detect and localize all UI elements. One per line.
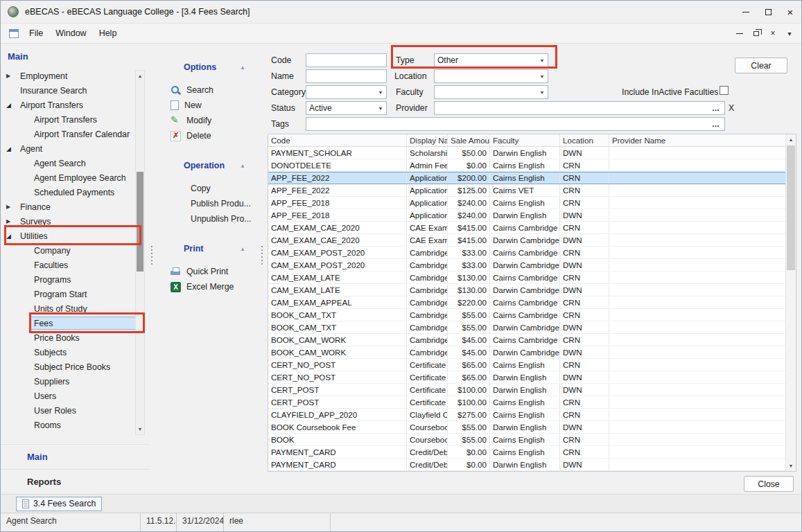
sidebar-item-insurance-search[interactable]: Insurance Search: [1, 83, 139, 98]
name-input[interactable]: [306, 69, 387, 83]
clear-button[interactable]: Clear: [735, 57, 787, 73]
new-button[interactable]: New: [155, 98, 259, 113]
mdi-restore-button[interactable]: [749, 26, 764, 41]
publish-produ-button[interactable]: Publish Produ...: [155, 196, 259, 211]
sidebar-item-program-start[interactable]: Program Start: [1, 287, 139, 301]
modify-button[interactable]: Modify: [155, 113, 259, 128]
collapse-icon[interactable]: ▲: [240, 246, 245, 252]
expander-expanded-icon[interactable]: ◢: [6, 233, 18, 240]
grid-row[interactable]: CAM_EXAM_LATECambridge$130.00Cairns Camb…: [268, 272, 785, 284]
grid-col-display-nar[interactable]: Display Nar: [407, 134, 448, 146]
mdi-minimize-button[interactable]: [732, 26, 747, 41]
sidebar-item-fees[interactable]: Fees: [1, 316, 139, 330]
menu-help[interactable]: Help: [93, 26, 123, 41]
grid-row[interactable]: BOOK_CAM_WORKCambridge$45.00Darwin Cambr…: [268, 346, 785, 359]
excel-merge-button[interactable]: Excel Merge: [155, 279, 259, 294]
menu-file[interactable]: File: [23, 26, 49, 41]
provider-clear-button[interactable]: X: [729, 103, 734, 113]
sidebar-item-programs[interactable]: Programs: [1, 272, 139, 287]
sidebar-item-agent-search[interactable]: Agent Search: [1, 156, 139, 170]
grid-row[interactable]: APP_FEE_2022Application$200.00Cairns Eng…: [268, 172, 785, 184]
grid-row[interactable]: CERT_NO_POSTCertificate$65.00Cairns Engl…: [268, 359, 785, 371]
unpublish-pro-button[interactable]: Unpublish Pro...: [155, 211, 259, 227]
scroll-up-icon[interactable]: ▲: [786, 135, 796, 144]
grid-row[interactable]: PAYMENT_CARDCredit/Debi$0.00Darwin Engli…: [268, 459, 785, 471]
sidebar-item-price-books[interactable]: Price Books: [1, 330, 139, 345]
minimize-button[interactable]: [735, 1, 757, 23]
type-dropdown[interactable]: Other ▼: [434, 53, 548, 67]
expander-expanded-icon[interactable]: ◢: [6, 102, 18, 109]
sidebar-group-reports[interactable]: Reports: [1, 469, 149, 494]
grid-row[interactable]: DONOTDELETEAdmin Fee$0.00Cairns EnglishC…: [268, 159, 785, 172]
grid-col-code[interactable]: Code: [268, 134, 407, 146]
sidebar-item-company[interactable]: Company: [1, 243, 139, 258]
grid-row[interactable]: CAM_EXAM_POST_2020Cambridge$33.00Darwin …: [268, 259, 785, 272]
sidebar-item-faculties[interactable]: Faculties: [1, 258, 139, 272]
group-header-options[interactable]: Options▲: [155, 60, 259, 74]
maximize-button[interactable]: [757, 1, 779, 23]
sidebar-item-suppliers[interactable]: Suppliers: [1, 374, 139, 389]
sidebar-item-surveys[interactable]: ▶Surveys: [1, 214, 139, 229]
group-header-operation[interactable]: Operation▲: [155, 159, 259, 172]
grid-row[interactable]: APP_FEE_2018Application$240.00Cairns Eng…: [268, 197, 785, 209]
browse-ellipsis-icon[interactable]: …: [708, 120, 724, 128]
sidebar-item-subjects[interactable]: Subjects: [1, 345, 139, 360]
mdi-close-button[interactable]: ×: [765, 26, 781, 41]
grid-row[interactable]: BOOK_CAM_TXTCambridge$55.00Cairns Cambri…: [268, 309, 785, 321]
close-form-button[interactable]: Close: [744, 476, 794, 492]
expander-collapsed-icon[interactable]: ▶: [6, 218, 18, 224]
sidebar-item-rooms[interactable]: Rooms: [1, 418, 139, 432]
scroll-down-icon[interactable]: ▼: [786, 461, 796, 470]
scrollbar-thumb[interactable]: [137, 172, 143, 272]
sidebar-item-employment[interactable]: ▶Employment: [1, 69, 139, 83]
grid-row[interactable]: BOOK_CAM_WORKCambridge$45.00Cairns Cambr…: [268, 334, 785, 346]
grid-row[interactable]: PAYMENT_SCHOLARScholarship$50.00Darwin E…: [268, 147, 785, 159]
grid-scrollbar[interactable]: ▲ ▼: [785, 134, 796, 471]
sidebar-item-airport-transfers[interactable]: Airport Transfers: [1, 112, 139, 127]
grid-row[interactable]: CERT_POSTCertificate$100.00Darwin Englis…: [268, 384, 785, 396]
close-button[interactable]: ×: [779, 1, 801, 23]
code-input[interactable]: [306, 53, 387, 67]
grid-row[interactable]: CLAYFIELD_APP_2020Clayfield Co$275.00Cai…: [268, 409, 785, 421]
quick-print-button[interactable]: Quick Print: [155, 264, 259, 279]
scroll-down-icon[interactable]: ▼: [136, 425, 144, 434]
sidebar-item-units-of-study[interactable]: Units of Study: [1, 301, 139, 316]
sidebar-item-utilities[interactable]: ◢Utilities: [1, 229, 139, 243]
sidebar-group-main[interactable]: Main: [1, 444, 149, 469]
faculty-dropdown[interactable]: ▼: [434, 85, 548, 99]
document-icon[interactable]: [9, 29, 19, 38]
sidebar-item-airport-transfers[interactable]: ◢Airport Transfers: [1, 98, 139, 112]
provider-field[interactable]: …: [434, 101, 725, 115]
grid-row[interactable]: CAM_EXAM_CAE_2020CAE Exam I$415.00Cairns…: [268, 222, 785, 234]
grid-col-provider-name[interactable]: Provider Name: [609, 134, 785, 146]
category-dropdown[interactable]: ▼: [306, 85, 387, 99]
scroll-up-icon[interactable]: ▲: [136, 71, 144, 80]
sidebar-item-agent-employee-search[interactable]: Agent Employee Search: [1, 170, 139, 185]
grid-row[interactable]: APP_FEE_2018Application$240.00Darwin Eng…: [268, 209, 785, 222]
tab-fees-search[interactable]: 3.4 Fees Search: [16, 497, 102, 511]
sidebar-item-scheduled-payments[interactable]: Scheduled Payments: [1, 185, 139, 200]
include-inactive-checkbox[interactable]: [720, 86, 729, 95]
scrollbar-thumb[interactable]: [787, 145, 795, 270]
location-dropdown[interactable]: ▼: [434, 69, 548, 83]
sidebar-item-finance[interactable]: ▶Finance: [1, 200, 139, 214]
search-button[interactable]: Search: [155, 82, 259, 98]
sidebar-splitter[interactable]: [149, 44, 155, 494]
chevron-down-icon[interactable]: ▾: [782, 26, 797, 41]
sidebar-item-user-roles[interactable]: User Roles: [1, 403, 139, 418]
group-header-print[interactable]: Print▲: [155, 242, 259, 256]
copy-button[interactable]: Copy: [155, 181, 259, 196]
menu-window[interactable]: Window: [49, 26, 92, 41]
sidebar-item-agent[interactable]: ◢Agent: [1, 141, 139, 156]
grid-row[interactable]: CAM_EXAM_LATECambridge$130.00Darwin Camb…: [268, 284, 785, 296]
expander-expanded-icon[interactable]: ◢: [6, 145, 18, 152]
collapse-icon[interactable]: ▲: [240, 163, 245, 169]
grid-row[interactable]: BOOKCoursebool$55.00Cairns EnglishCRN: [268, 434, 785, 446]
grid-row[interactable]: APP_FEE_2022Application$125.00Cairns VET…: [268, 184, 785, 197]
grid-col-location[interactable]: Location: [560, 134, 609, 146]
grid-col-faculty[interactable]: Faculty: [490, 134, 560, 146]
grid-row[interactable]: BOOK Coursebook FeeCoursebool$55.00Darwi…: [268, 421, 785, 434]
grid-row[interactable]: CERT_POSTCertificate$100.00Cairns Englis…: [268, 396, 785, 409]
expander-collapsed-icon[interactable]: ▶: [6, 204, 18, 210]
grid-row[interactable]: CAM_EXAM_APPEALCambridge$220.00Cairns Ca…: [268, 296, 785, 309]
